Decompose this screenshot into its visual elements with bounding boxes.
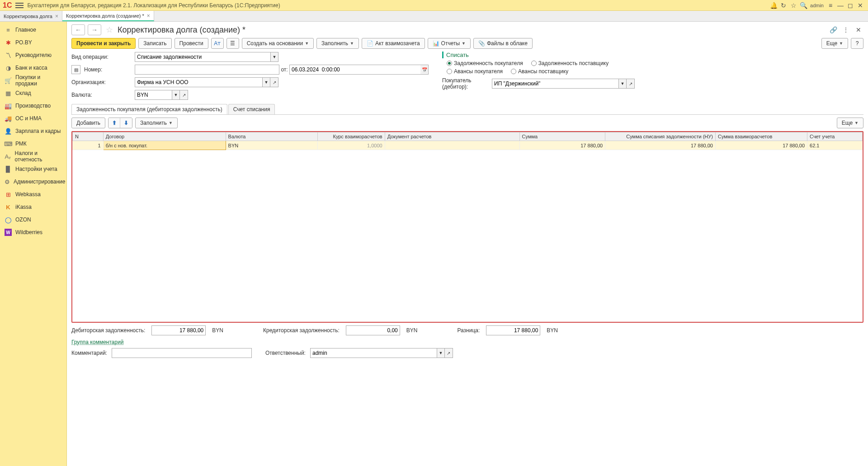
- link-icon[interactable]: 🔗: [828, 25, 838, 35]
- buyer-field[interactable]: [492, 79, 618, 89]
- open-icon[interactable]: ↗: [627, 79, 635, 89]
- nav-back-button[interactable]: ←: [71, 24, 85, 35]
- comment-field[interactable]: [112, 348, 252, 358]
- sidebar-item-webkassa[interactable]: ⊞Webkassa: [0, 188, 66, 201]
- table-empty-space[interactable]: [72, 150, 863, 322]
- minimize-icon[interactable]: ―: [835, 0, 845, 10]
- calendar-icon[interactable]: 📅: [420, 65, 429, 75]
- chevron-down-icon[interactable]: ▼: [270, 52, 278, 62]
- move-down-button[interactable]: ⬇: [120, 118, 132, 128]
- col-n[interactable]: N: [73, 132, 104, 141]
- fill-rows-button[interactable]: Заполнить▼: [135, 118, 178, 128]
- sidebar-item-rmk[interactable]: ⌨РМК: [0, 137, 66, 150]
- more-icon[interactable]: ⋮: [841, 25, 851, 35]
- files-button[interactable]: 📎 Файлы в облаке: [473, 38, 533, 49]
- cell-contract[interactable]: б/н с нов. покупат.: [103, 141, 226, 150]
- cell-settle[interactable]: 17 880,00: [715, 141, 807, 150]
- save-button[interactable]: Записать: [138, 38, 171, 49]
- cell-n[interactable]: 1: [73, 141, 104, 150]
- sidebar-item-main[interactable]: ≡Главное: [0, 24, 66, 36]
- radio-debt-supplier[interactable]: Задолженность поставщику: [531, 60, 609, 66]
- struct-button[interactable]: ☰: [226, 38, 239, 49]
- dtKt-button[interactable]: Aᴛ: [211, 38, 224, 49]
- sidebar-item-os[interactable]: 🚚ОС и НМА: [0, 112, 66, 125]
- radio-debt-customer[interactable]: Задолженность покупателя: [447, 60, 523, 66]
- settings-icon[interactable]: ≡: [826, 0, 835, 10]
- sidebar-item-bank[interactable]: ◑Банк и касса: [0, 61, 66, 74]
- sidebar-item-salary[interactable]: 👤Зарплата и кадры: [0, 125, 66, 137]
- operation-select[interactable]: [135, 52, 270, 62]
- reports-button[interactable]: 📊 Отчеты▼: [428, 38, 471, 49]
- close-app-icon[interactable]: ✕: [855, 0, 865, 10]
- col-sum[interactable]: Сумма: [519, 132, 605, 141]
- tab-account[interactable]: Счет списания: [228, 104, 275, 114]
- cell-sum[interactable]: 17 880,00: [519, 141, 605, 150]
- open-icon[interactable]: ↗: [180, 90, 188, 100]
- act-button[interactable]: 📄 Акт взаимозачета: [362, 38, 425, 49]
- chevron-down-icon[interactable]: ▼: [172, 90, 180, 100]
- radio-advance-customer[interactable]: Авансы покупателя: [447, 68, 503, 75]
- chevron-down-icon[interactable]: ▼: [262, 77, 270, 87]
- cred-value[interactable]: [346, 325, 400, 335]
- org-field[interactable]: [135, 77, 262, 87]
- col-contract[interactable]: Договор: [103, 132, 226, 141]
- tab-doc-2[interactable]: Корректировка долга (создание) * ×: [62, 11, 154, 21]
- move-up-button[interactable]: ⬆: [108, 118, 120, 128]
- responsible-field[interactable]: [310, 348, 437, 358]
- nav-forward-button[interactable]: →: [88, 24, 101, 35]
- table-row[interactable]: 1 б/н с нов. покупат. BYN 1,0000 17 880,…: [73, 141, 863, 150]
- date-field[interactable]: [289, 65, 420, 75]
- sidebar-item-ikassa[interactable]: KiKassa: [0, 201, 66, 213]
- more-button[interactable]: Еще▼: [821, 38, 848, 49]
- sidebar-item-manager[interactable]: 〽Руководителю: [0, 49, 66, 61]
- close-icon[interactable]: ×: [55, 13, 58, 19]
- sidebar-item-ozon[interactable]: ◯OZON: [0, 213, 66, 226]
- chevron-down-icon[interactable]: ▼: [618, 79, 627, 89]
- post-button[interactable]: Провести: [175, 38, 208, 49]
- cell-wosum[interactable]: 17 880,00: [605, 141, 716, 150]
- sidebar-item-settings[interactable]: ▉Настройки учета: [0, 163, 66, 175]
- history-icon[interactable]: ↻: [778, 0, 788, 10]
- star-icon[interactable]: ☆: [788, 0, 798, 10]
- col-account[interactable]: Счет учета: [807, 132, 863, 141]
- open-icon[interactable]: ↗: [445, 348, 453, 358]
- sidebar-item-poby[interactable]: ✱PO.BY: [0, 36, 66, 49]
- tab-debt[interactable]: Задолженность покупателя (дебиторская за…: [71, 104, 227, 114]
- more-table-button[interactable]: Еще▼: [837, 118, 863, 128]
- sidebar-item-tax[interactable]: AᵧНалоги и отчетность: [0, 150, 66, 163]
- chevron-down-icon[interactable]: ▼: [437, 348, 445, 358]
- sidebar-item-sales[interactable]: 🛒Покупки и продажи: [0, 74, 66, 87]
- help-button[interactable]: ?: [851, 38, 863, 49]
- sidebar-item-wb[interactable]: WWildberries: [0, 226, 66, 239]
- comment-group-link[interactable]: Группа комментарий: [67, 338, 868, 346]
- tab-doc-1[interactable]: Корректировка долга ×: [0, 11, 62, 21]
- col-wosum[interactable]: Сумма списания задолженности (НУ): [605, 132, 716, 141]
- cell-account[interactable]: 62.1: [807, 141, 863, 150]
- favorite-icon[interactable]: ☆: [106, 25, 113, 35]
- col-currency[interactable]: Валюта: [226, 132, 317, 141]
- sidebar-item-admin[interactable]: ⚙Администрирование: [0, 175, 66, 188]
- cell-currency[interactable]: BYN: [226, 141, 317, 150]
- numbering-button[interactable]: ▤: [71, 65, 80, 74]
- create-based-button[interactable]: Создать на основании▼: [242, 38, 314, 49]
- user-label[interactable]: admin: [808, 3, 826, 8]
- maximize-icon[interactable]: ◻: [845, 0, 855, 10]
- sidebar-item-stock[interactable]: ▦Склад: [0, 87, 66, 99]
- add-row-button[interactable]: Добавить: [71, 118, 105, 128]
- col-rate[interactable]: Курс взаиморасчетов: [317, 132, 385, 141]
- close-doc-icon[interactable]: ✕: [854, 25, 863, 35]
- col-doc[interactable]: Документ расчетов: [385, 132, 519, 141]
- deb-value[interactable]: [151, 325, 206, 335]
- cell-doc[interactable]: [385, 141, 519, 150]
- sidebar-item-production[interactable]: 🏭Производство: [0, 99, 66, 112]
- currency-field[interactable]: [135, 90, 172, 100]
- close-icon[interactable]: ×: [147, 13, 150, 19]
- col-settle[interactable]: Сумма взаиморасчетов: [715, 132, 807, 141]
- search-icon[interactable]: 🔍: [798, 0, 808, 10]
- open-icon[interactable]: ↗: [270, 77, 278, 87]
- number-field[interactable]: [135, 65, 279, 75]
- main-menu-burger[interactable]: [15, 3, 24, 8]
- bell-icon[interactable]: 🔔: [769, 0, 778, 10]
- radio-advance-supplier[interactable]: Авансы поставщику: [511, 68, 568, 75]
- diff-value[interactable]: [486, 325, 540, 335]
